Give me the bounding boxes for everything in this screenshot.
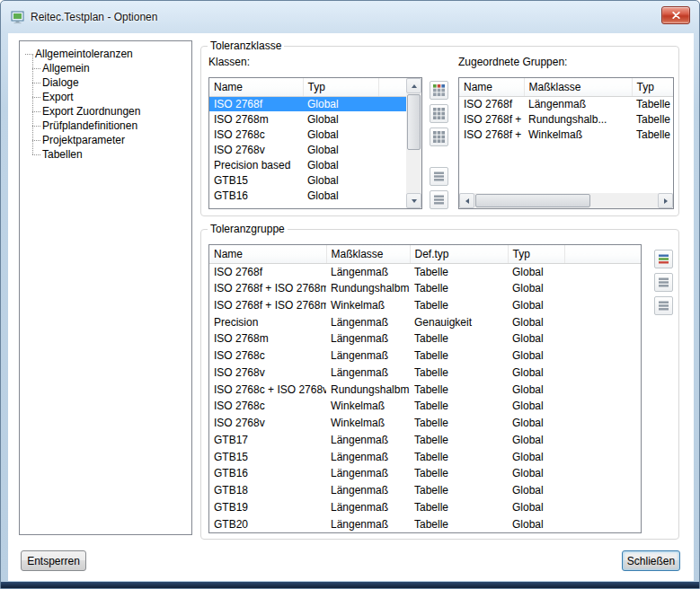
gruppe-edit-button[interactable] [654,273,673,292]
zugeordnete-horizontal-scrollbar[interactable] [459,193,673,208]
column-header-typ[interactable]: Typ [508,245,564,263]
cell-filler [564,297,641,314]
schliessen-button[interactable]: Schließen [622,550,680,571]
toleranzgruppe-row[interactable]: GTB15 Längenmaß Tabelle Global [209,448,641,465]
scrollbar-thumb[interactable] [407,94,421,150]
cell-filler [564,415,641,432]
gruppe-delete-button[interactable] [654,296,673,315]
cell-massklasse: Längenmaß [326,347,410,365]
rows-icon [433,194,445,206]
cell-name: ISO 2768f [209,96,303,111]
tree-item[interactable]: Projektparameter [20,133,191,147]
settings-tree: Allgemeintoleranzen Allgemein Dialoge Ex… [19,40,192,535]
cell-typ: Global [508,263,564,280]
toleranzgruppe-row[interactable]: ISO 2768c Winkelmaß Tabelle Global [209,398,641,415]
toleranzgruppe-row[interactable]: ISO 2768v Winkelmaß Tabelle Global [209,415,641,432]
cell-name: ISO 2768c [209,347,326,365]
klassen-row[interactable]: GTB16 Global [209,188,406,203]
cell-filler [564,381,641,398]
column-header-typ[interactable]: Typ [632,78,673,96]
cell-massklasse: Längenmaß [524,96,632,111]
column-header-name[interactable]: Name [209,78,303,96]
cell-filler [378,188,406,203]
toleranzgruppe-row[interactable]: ISO 2768m Längenmaß Tabelle Global [209,330,641,347]
cell-typ: Tabelle [632,96,673,111]
toleranzgruppe-row[interactable]: ISO 2768c + ISO 2768v Rundungshalbm... T… [209,381,641,398]
cell-name: ISO 2768f + IS... [459,127,524,142]
toleranzgruppe-row[interactable]: GTB20 Längenmaß Tabelle Global [209,515,641,532]
cell-name: ISO 2768c [209,127,303,142]
tree-item-label: Projektparameter [42,134,125,146]
klassen-delete-button[interactable] [430,127,448,146]
klassen-row[interactable]: GTB15 Global [209,172,406,188]
klassen-header-row: Name Typ [209,78,406,96]
cell-massklasse: Längenmaß [326,263,410,280]
close-icon [672,12,680,19]
rows-icon [433,171,445,182]
cell-typ: Global [508,415,564,432]
toleranzgruppe-row[interactable]: ISO 2768f + ISO 2768m Winkelmaß Tabelle … [209,297,641,314]
column-header-name[interactable]: Name [209,245,326,263]
entsperren-button[interactable]: Entsperren [21,550,86,571]
zugeordnete-row[interactable]: ISO 2768f Längenmaß Tabelle [459,96,673,111]
rows-icon [658,277,669,288]
klassen-vertical-scrollbar[interactable] [406,78,421,208]
toleranzgruppe-row[interactable]: GTB17 Längenmaß Tabelle Global [209,432,641,449]
cell-name: GTB15 [209,448,326,465]
toleranzklasse-group-label: Toleranzklasse [208,40,284,53]
zugeordnete-row[interactable]: ISO 2768f + IS... Winkelmaß Tabelle [459,127,673,142]
scroll-left-button[interactable] [459,193,474,208]
scrollbar-thumb[interactable] [475,194,590,207]
klassen-new-button[interactable] [430,81,448,100]
zugeordnete-row[interactable]: ISO 2768f + IS... Rundungshalb... Tabell… [459,111,673,127]
cell-massklasse: Rundungshalbm... [326,280,410,297]
tree-item-label: Export [42,91,74,103]
scroll-right-button[interactable] [658,193,673,208]
tree-item[interactable]: Tabellen [20,147,191,162]
gruppe-new-button[interactable] [654,250,673,268]
tree-item[interactable]: Export [20,90,191,104]
cell-massklasse: Längenmaß [326,465,410,482]
column-header-typ[interactable]: Typ [303,78,378,96]
klassen-remove-assignment-button[interactable] [430,190,448,209]
cell-name: GTB20 [209,515,326,532]
klassen-row[interactable]: ISO 2768c Global [209,127,406,142]
cell-name: ISO 2768f + IS... [459,111,524,127]
toleranzgruppe-row[interactable]: GTB19 Längenmaß Tabelle Global [209,499,641,516]
toleranzgruppe-row[interactable]: ISO 2768v Längenmaß Tabelle Global [209,365,641,382]
scroll-up-button[interactable] [406,78,421,93]
klassen-assign-button[interactable] [430,167,448,186]
close-button[interactable] [661,6,690,24]
cell-massklasse: Längenmaß [326,330,410,347]
toleranzgruppe-row[interactable]: Precision Längenmaß Genauigkeit Global [209,313,641,330]
toleranzgruppe-row[interactable]: ISO 2768f Längenmaß Tabelle Global [209,263,641,280]
toleranzgruppe-row[interactable]: GTB18 Längenmaß Tabelle Global [209,482,641,499]
column-header-massklasse[interactable]: Maßklasse [524,78,632,96]
klassen-row[interactable]: ISO 2768f Global [209,96,406,111]
column-header-deftyp[interactable]: Def.typ [410,245,508,263]
toleranzgruppe-row[interactable]: ISO 2768c Längenmaß Tabelle Global [209,347,641,365]
cell-name: ISO 2768c [209,398,326,415]
cell-typ: Global [303,142,378,157]
cell-typ: Global [508,465,564,482]
toleranzgruppe-row[interactable]: ISO 2768f + ISO 2768m Rundungshalbm... T… [209,280,641,297]
klassen-row[interactable]: ISO 2768m Global [209,111,406,127]
tree-item[interactable]: Prüfplandefinitionen [20,119,191,133]
titlebar[interactable]: Reitec.Testplan - Optionen [1,1,699,33]
klassen-edit-button[interactable] [430,104,448,123]
cell-deftyp: Tabelle [410,347,508,365]
tree-item[interactable]: Allgemein [20,61,191,75]
column-header-massklasse[interactable]: Maßklasse [326,245,410,263]
tree-item[interactable]: Dialoge [20,75,191,90]
scroll-down-button[interactable] [406,193,421,208]
dialog-client-area: Allgemeintoleranzen Allgemein Dialoge Ex… [8,33,694,581]
column-header-name[interactable]: Name [459,78,524,96]
klassen-row[interactable]: Precision based Global [209,157,406,172]
cell-filler [378,111,406,127]
toleranzgruppe-row[interactable]: GTB16 Längenmaß Tabelle Global [209,465,641,482]
tree-item-allgemeintoleranzen[interactable]: Allgemeintoleranzen [20,47,191,61]
klassen-row[interactable]: ISO 2768v Global [209,142,406,157]
cell-massklasse: Winkelmaß [326,297,410,314]
cell-typ: Tabelle [632,127,673,142]
tree-item[interactable]: Export Zuordnungen [20,104,191,119]
